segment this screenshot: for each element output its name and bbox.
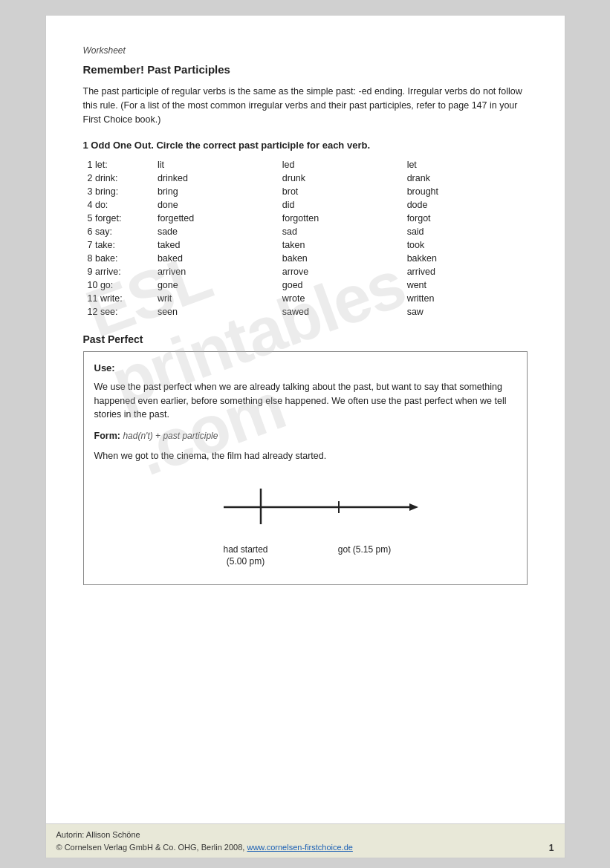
verb-cell-b: baken: [278, 252, 403, 265]
use-box: Use: We use the past perfect when we are…: [83, 351, 528, 585]
verb-row: 1 let:litledlet: [83, 158, 528, 172]
verb-row: 7 take:takedtakentook: [83, 238, 528, 252]
verb-cell-c: saw: [403, 305, 528, 319]
footer-copyright: © Cornelsen Verlag GmbH & Co. OHG, Berli…: [56, 841, 353, 854]
verb-cell-a: done: [153, 198, 278, 212]
example-sentence: When we got to the cinema, the film had …: [94, 449, 516, 463]
verb-cell-num: 9 arrive:: [83, 265, 153, 278]
verb-cell-num: 6 say:: [83, 225, 153, 238]
verb-cell-c: let: [403, 158, 528, 172]
verb-cell-a: arriven: [153, 265, 278, 278]
verb-cell-num: 3 bring:: [83, 185, 153, 198]
verb-row: 2 drink:drinkeddrunkdrank: [83, 172, 528, 185]
verb-cell-a: forgetted: [153, 212, 278, 225]
verb-cell-num: 1 let:: [83, 158, 153, 172]
timeline-container: had started(5.00 pm) got (5.15 pm): [94, 474, 516, 569]
verb-cell-b: wrote: [278, 292, 403, 305]
verb-cell-c: arrived: [403, 265, 528, 278]
verb-cell-b: arrove: [278, 265, 403, 278]
verb-cell-b: led: [278, 158, 403, 172]
verb-cell-b: forgotten: [278, 212, 403, 225]
verb-cell-c: drank: [403, 172, 528, 185]
verb-cell-b: sawed: [278, 305, 403, 319]
verb-cell-a: taked: [153, 238, 278, 252]
section1-title: 1 Odd One Out. Circle the correct past p…: [83, 140, 528, 151]
verb-cell-num: 7 take:: [83, 238, 153, 252]
form-line: Form: had(n't) + past participle: [94, 429, 516, 443]
verb-cell-c: went: [403, 278, 528, 292]
form-label: Form:: [94, 431, 120, 441]
verb-cell-num: 5 forget:: [83, 212, 153, 225]
verb-row: 4 do:donediddode: [83, 198, 528, 212]
verb-cell-num: 11 write:: [83, 292, 153, 305]
timeline-label-1: had started(5.00 pm): [201, 544, 291, 569]
footer-link[interactable]: www.cornelsen-firstchoice.de: [247, 843, 352, 852]
timeline-labels: had started(5.00 pm) got (5.15 pm): [186, 544, 424, 569]
verb-row: 5 forget:forgettedforgottenforgot: [83, 212, 528, 225]
verb-row: 9 arrive:arrivenarrovearrived: [83, 265, 528, 278]
verb-cell-c: said: [403, 225, 528, 238]
verb-cell-c: dode: [403, 198, 528, 212]
footer-left: Autorin: Allison Schöne © Cornelsen Verl…: [56, 829, 353, 853]
verb-cell-a: seen: [153, 305, 278, 319]
use-label: Use:: [94, 361, 516, 376]
verb-cell-b: sad: [278, 225, 403, 238]
past-perfect-title: Past Perfect: [83, 333, 528, 345]
verb-cell-b: drunk: [278, 172, 403, 185]
form-value: had(n't) + past participle: [123, 431, 218, 441]
verb-cell-b: did: [278, 198, 403, 212]
verb-cell-c: written: [403, 292, 528, 305]
verb-table: 1 let:litledlet2 drink:drinkeddrunkdrank…: [83, 158, 528, 319]
verb-row: 11 write:writwrotewritten: [83, 292, 528, 305]
verb-cell-b: taken: [278, 238, 403, 252]
main-title: Remember! Past Participles: [83, 63, 528, 76]
worksheet-label: Worksheet: [83, 45, 528, 56]
page-wrapper: ESLprintables.com Worksheet Remember! Pa…: [0, 0, 610, 868]
verb-cell-a: sade: [153, 225, 278, 238]
verb-cell-a: gone: [153, 278, 278, 292]
footer-page: 1: [549, 843, 554, 853]
verb-cell-a: baked: [153, 252, 278, 265]
verb-cell-a: bring: [153, 185, 278, 198]
verb-cell-a: drinked: [153, 172, 278, 185]
verb-row: 12 see:seensawedsaw: [83, 305, 528, 319]
verb-cell-c: forgot: [403, 212, 528, 225]
verb-row: 10 go:gonegoedwent: [83, 278, 528, 292]
svg-marker-1: [409, 503, 418, 511]
verb-cell-b: goed: [278, 278, 403, 292]
intro-text: The past participle of regular verbs is …: [83, 85, 528, 126]
verb-cell-c: took: [403, 238, 528, 252]
verb-cell-num: 2 drink:: [83, 172, 153, 185]
verb-row: 6 say:sadesadsaid: [83, 225, 528, 238]
timeline-label-2: got (5.15 pm): [320, 544, 409, 569]
verb-cell-num: 10 go:: [83, 278, 153, 292]
worksheet-page: ESLprintables.com Worksheet Remember! Pa…: [45, 15, 565, 824]
verb-cell-num: 12 see:: [83, 305, 153, 319]
verb-row: 3 bring:bringbrotbrought: [83, 185, 528, 198]
verb-cell-a: writ: [153, 292, 278, 305]
footer: Autorin: Allison Schöne © Cornelsen Verl…: [45, 824, 565, 858]
verb-row: 8 bake:bakedbakenbakken: [83, 252, 528, 265]
verb-cell-a: lit: [153, 158, 278, 172]
verb-cell-c: brought: [403, 185, 528, 198]
verb-cell-num: 8 bake:: [83, 252, 153, 265]
timeline-svg: [179, 474, 432, 541]
verb-cell-num: 4 do:: [83, 198, 153, 212]
footer-author: Autorin: Allison Schöne: [56, 829, 353, 841]
use-text: We use the past perfect when we are alre…: [94, 380, 516, 422]
verb-cell-b: brot: [278, 185, 403, 198]
verb-cell-c: bakken: [403, 252, 528, 265]
